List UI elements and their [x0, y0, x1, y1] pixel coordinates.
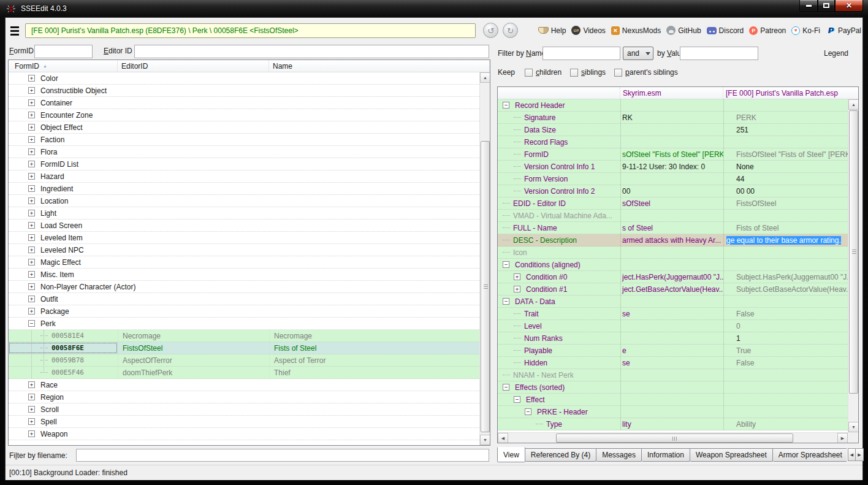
- tree-vertical-scrollbar[interactable]: ▲ ▼: [479, 72, 490, 445]
- master-value-cell[interactable]: [620, 332, 723, 344]
- expander-icon[interactable]: [514, 129, 521, 130]
- field-row[interactable]: NNAM - Next Perk: [498, 369, 848, 381]
- scroll-left-icon[interactable]: ◀: [498, 433, 508, 443]
- field-row[interactable]: VMAD - Virtual Machine Ada...: [498, 210, 848, 222]
- tab-scroll-left-icon[interactable]: ◀: [848, 448, 856, 461]
- category-row[interactable]: FormID List: [9, 158, 479, 170]
- expander-icon[interactable]: [514, 166, 521, 167]
- close-button[interactable]: ✕: [835, 0, 863, 12]
- field-row[interactable]: Version Control Info 1 9-11-12 User: 30 …: [498, 161, 848, 173]
- expander-icon[interactable]: [514, 362, 521, 363]
- tab-scroll-right-icon[interactable]: ▶: [856, 448, 864, 461]
- master-value-cell[interactable]: [620, 210, 723, 221]
- expand-icon[interactable]: [28, 259, 35, 265]
- expand-icon[interactable]: [28, 394, 35, 400]
- expand-icon[interactable]: [28, 406, 35, 413]
- field-row[interactable]: Playable e True: [498, 345, 848, 357]
- master-value-cell[interactable]: [620, 406, 723, 418]
- perk-record-row[interactable]: 000E5F46 doomThiefPerk Thief: [9, 367, 479, 379]
- column-header-editorid[interactable]: EditorID: [118, 60, 269, 72]
- master-value-cell[interactable]: sOfSteel: [620, 197, 723, 209]
- main-menu-button[interactable]: [10, 25, 24, 36]
- category-row[interactable]: Constructible Object: [9, 85, 479, 97]
- perk-record-row[interactable]: 00058F6E FistsOfSteel Fists of Steel: [9, 342, 479, 354]
- keep-option-checkbox[interactable]: parent's siblings: [614, 68, 678, 77]
- scrollbar-thumb[interactable]: [849, 110, 858, 394]
- plugin-value-cell[interactable]: [723, 369, 848, 381]
- expand-icon[interactable]: [28, 197, 35, 204]
- expand-icon[interactable]: [28, 271, 35, 278]
- plugin-value-cell[interactable]: [723, 246, 848, 258]
- expand-icon[interactable]: [28, 418, 35, 425]
- plugin-value-cell[interactable]: True: [723, 345, 848, 356]
- expander-icon[interactable]: [514, 117, 521, 118]
- field-row[interactable]: PRKE - Header: [498, 406, 848, 418]
- expander-icon[interactable]: [514, 350, 521, 351]
- scroll-down-icon[interactable]: ▼: [480, 435, 490, 445]
- category-row[interactable]: Spell: [9, 416, 479, 428]
- field-row[interactable]: FULL - Name s of Steel Fists of Steel: [498, 222, 848, 234]
- expand-icon[interactable]: [28, 234, 35, 241]
- plugin-value-cell[interactable]: [723, 99, 848, 111]
- category-row[interactable]: Non-Player Character (Actor): [9, 281, 479, 293]
- category-row[interactable]: Load Screen: [9, 220, 479, 232]
- expander-icon[interactable]: [536, 424, 543, 424]
- paypal-link[interactable]: PayPal: [826, 26, 861, 35]
- category-row[interactable]: Outfit: [9, 293, 479, 305]
- collapse-icon[interactable]: [28, 320, 35, 327]
- master-value-cell[interactable]: [620, 320, 723, 332]
- forward-button[interactable]: ↻: [503, 23, 518, 38]
- field-row[interactable]: Hidden se False: [498, 357, 848, 369]
- maximize-button[interactable]: [818, 0, 835, 12]
- field-row[interactable]: Condition #1 ject.GetBaseActorValue(Heav…: [498, 283, 848, 296]
- expand-icon[interactable]: [28, 283, 35, 290]
- field-row[interactable]: Effects (sorted): [498, 381, 848, 394]
- filter-value-input[interactable]: [680, 47, 758, 60]
- category-row[interactable]: Region: [9, 391, 479, 403]
- field-row[interactable]: Data Size 251: [498, 124, 848, 136]
- compare-vertical-scrollbar[interactable]: ▲ ▼: [848, 99, 858, 432]
- plugin-value-cell[interactable]: False: [723, 308, 848, 319]
- field-row[interactable]: EDID - Editor ID sOfSteel FistsOfSteel: [498, 197, 848, 210]
- plugin-value-cell[interactable]: False: [723, 357, 848, 369]
- field-row[interactable]: Version Control Info 2 00 00 00: [498, 185, 848, 197]
- plugin-value-cell[interactable]: Subject.GetBaseActorValue(Heav...: [723, 283, 848, 295]
- master-value-cell[interactable]: [620, 381, 723, 393]
- category-row[interactable]: Leveled Item: [9, 232, 479, 244]
- scrollbar-thumb[interactable]: [556, 433, 793, 443]
- category-row[interactable]: Object Effect: [9, 121, 479, 134]
- expander-icon[interactable]: [514, 154, 521, 155]
- category-row[interactable]: Light: [9, 207, 479, 220]
- plugin-value-cell[interactable]: FistsOfSteel: [723, 197, 848, 209]
- expander-icon[interactable]: [514, 273, 520, 280]
- plugin-value-cell[interactable]: None: [723, 161, 848, 172]
- master-value-cell[interactable]: ject.HasPerk(Juggernaut00 "J...: [620, 271, 723, 283]
- expand-icon[interactable]: [28, 296, 35, 302]
- master-value-cell[interactable]: e: [620, 345, 723, 356]
- expander-icon[interactable]: [514, 286, 520, 292]
- category-row[interactable]: Flora: [9, 146, 479, 158]
- category-row[interactable]: Package: [9, 305, 479, 318]
- column-header-formid[interactable]: FormID ▲: [9, 60, 118, 72]
- master-value-cell[interactable]: [620, 173, 723, 185]
- field-row[interactable]: DATA - Data: [498, 296, 848, 308]
- plugin-value-cell[interactable]: 251: [723, 124, 848, 136]
- plugin-value-cell[interactable]: 00 00: [723, 185, 848, 197]
- master-value-cell[interactable]: [620, 369, 723, 381]
- column-header-master[interactable]: Skyrim.esm: [620, 87, 723, 99]
- keep-option-checkbox[interactable]: children: [525, 68, 562, 77]
- expand-icon[interactable]: [28, 124, 35, 131]
- expand-icon[interactable]: [28, 87, 35, 94]
- field-row[interactable]: DESC - Description armed attacks with He…: [498, 234, 848, 246]
- master-value-cell[interactable]: [620, 246, 723, 258]
- category-row-perk[interactable]: Perk: [9, 318, 479, 330]
- github-link[interactable]: GitHub: [666, 26, 701, 35]
- plugin-value-cell[interactable]: PERK: [723, 112, 848, 123]
- field-row[interactable]: Form Version 44: [498, 173, 848, 185]
- field-row[interactable]: FormID sOfSteel "Fists of Steel" [PERK..…: [498, 148, 848, 161]
- column-header-field[interactable]: [498, 87, 620, 99]
- field-row[interactable]: Num Ranks 1: [498, 332, 848, 345]
- column-header-plugin[interactable]: [FE 000] Purist's Vanilla Patch.esp: [723, 87, 858, 99]
- checkbox-icon[interactable]: [614, 69, 622, 77]
- plugin-value-cell[interactable]: [723, 406, 848, 418]
